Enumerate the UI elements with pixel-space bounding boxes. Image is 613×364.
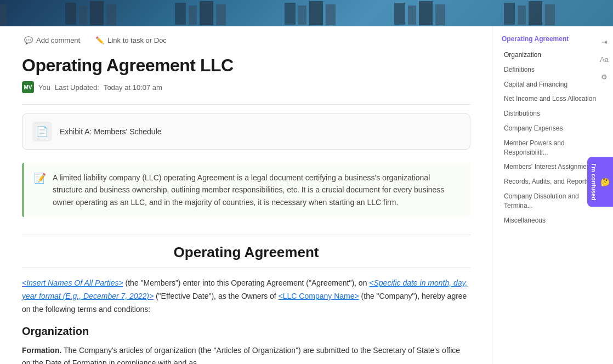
confused-widget[interactable]: 🤔 I'm confused (587, 157, 613, 207)
link-task-button[interactable]: ✏️ Link to task or Doc (93, 35, 169, 46)
sidebar-item-2[interactable]: Capital and Financing (500, 78, 606, 92)
sidebar-title: Operating Agreement (500, 35, 606, 43)
exhibit-icon: 📄 (32, 122, 52, 141)
content-area: 💬 Add comment ✏️ Link to task or Doc Ope… (0, 26, 492, 364)
formation-paragraph: Formation. The Company's articles of org… (22, 344, 470, 364)
add-comment-label: Add comment (36, 36, 80, 44)
collapse-button[interactable]: ⇥ (598, 35, 611, 48)
intro-paragraph: <Insert Names Of All Parties> (the "Memb… (22, 277, 470, 316)
add-comment-button[interactable]: 💬 Add comment (22, 35, 82, 46)
avatar: MV (22, 81, 34, 93)
sidebar-item-0[interactable]: Organization (500, 48, 606, 62)
sidebar-item-3[interactable]: Net Income and Loss Allocation (500, 92, 606, 106)
last-updated-value: Today at 10:07 am (104, 83, 162, 92)
sidebar-tools: ⇥ Aa ⚙ (598, 35, 613, 83)
organization-heading: Organization (22, 325, 470, 338)
link-icon: ✏️ (95, 36, 104, 44)
divider-middle (22, 235, 470, 235)
main-section-title: Operating Agreement (22, 244, 470, 261)
link-company[interactable]: <LLC Company Name> (279, 292, 359, 300)
link-parties[interactable]: <Insert Names Of All Parties> (22, 278, 123, 287)
formation-label: Formation. (22, 346, 61, 355)
sidebar-item-10[interactable]: Miscellaneous (500, 214, 606, 228)
settings-button[interactable]: ⚙ (598, 70, 611, 83)
last-updated-label: Last Updated: (55, 83, 99, 92)
sidebar-item-6[interactable]: Member Powers and Responsibiliti... (500, 136, 606, 160)
divider-top (22, 104, 470, 105)
divider-after-title (22, 268, 470, 268)
confused-emoji: 🤔 (600, 178, 610, 186)
intro-text-2: ("Effective Date"), as the Owners of (154, 292, 279, 300)
font-size-button[interactable]: Aa (598, 53, 611, 66)
meta-row: MV You Last Updated: Today at 10:07 am (22, 81, 470, 93)
hero-banner (0, 0, 613, 26)
intro-text-1: (the "Members") enter into this Operatin… (123, 278, 370, 287)
sidebar-item-4[interactable]: Distributions (500, 107, 606, 121)
sidebar-item-5[interactable]: Company Expenses (500, 122, 606, 135)
info-box-icon: 📝 (34, 172, 46, 184)
document-title: Operating Agreement LLC (22, 55, 470, 76)
link-task-label: Link to task or Doc (107, 36, 167, 44)
info-box: 📝 A limited liability company (LLC) oper… (22, 163, 470, 217)
exhibit-label: Exhibit A: Members' Schedule (60, 127, 162, 136)
info-box-text: A limited liability company (LLC) operat… (53, 172, 461, 208)
formation-text: The Company's articles of organization (… (22, 346, 460, 364)
sidebar-item-1[interactable]: Definitions (500, 63, 606, 77)
exhibit-card[interactable]: 📄 Exhibit A: Members' Schedule (22, 113, 470, 150)
toolbar: 💬 Add comment ✏️ Link to task or Doc (22, 35, 470, 46)
confused-label: I'm confused (591, 163, 597, 200)
author-name: You (38, 83, 50, 92)
comment-icon: 💬 (24, 36, 33, 44)
